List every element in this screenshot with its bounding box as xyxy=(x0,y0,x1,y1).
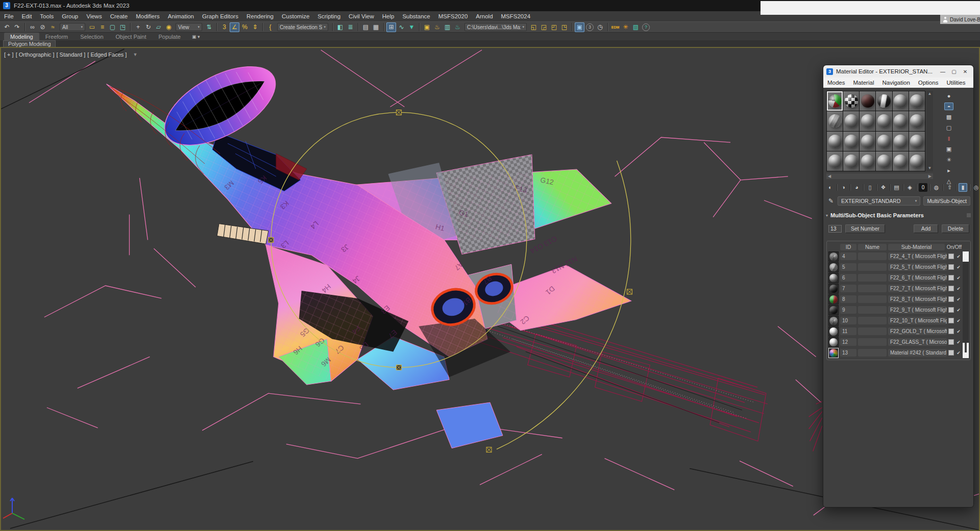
sample-slot-2-2[interactable] xyxy=(860,132,875,151)
sub-material-color-swatch[interactable] xyxy=(948,296,954,302)
ribbon-config-icon[interactable]: ▣ ▾ xyxy=(192,34,200,39)
assign-material-to-selection-icon[interactable]: ◕ xyxy=(852,183,861,192)
menu-item-help[interactable]: Help xyxy=(378,11,399,21)
sub-material-button[interactable]: F22_10_T ( Microsoft Fligh xyxy=(888,317,947,324)
spinner-snap-icon[interactable]: ⇕ xyxy=(250,22,260,32)
sub-material-button[interactable]: F22_9_T ( Microsoft Flight xyxy=(888,306,947,314)
rollout-collapse-icon[interactable]: ▾ xyxy=(826,213,828,218)
sub-material-button[interactable]: F22_5_T ( Microsoft Flight xyxy=(888,263,947,271)
sample-uv-tiling-icon[interactable]: ▢ xyxy=(944,124,953,132)
menu-item-msfs2020[interactable]: MSFS2020 xyxy=(434,11,472,21)
select-and-move-icon[interactable]: + xyxy=(133,22,143,32)
sample-slot-2-5[interactable] xyxy=(909,132,925,151)
menu-item-arnold[interactable]: Arnold xyxy=(472,11,497,21)
sub-material-enabled-checkbox[interactable]: ✔ xyxy=(955,308,962,313)
tutorials-icon[interactable]: ▧ xyxy=(631,22,641,32)
me-menu-item-modes[interactable]: Modes xyxy=(823,80,849,86)
sub-material-name-field[interactable] xyxy=(858,263,887,271)
scroll-up-icon[interactable]: ▲ xyxy=(928,92,932,96)
ribbon-tab-object-paint[interactable]: Object Paint xyxy=(110,33,153,40)
sub-material-button[interactable]: F22_7_T ( Microsoft Flight xyxy=(888,285,947,292)
gizmo-handle-icon[interactable] xyxy=(396,110,401,115)
sample-slot-1-3[interactable] xyxy=(876,111,892,131)
reset-map-icon[interactable]: ▯ xyxy=(866,183,874,192)
sub-material-name-field[interactable] xyxy=(858,252,887,260)
menu-item-tools[interactable]: Tools xyxy=(36,11,58,21)
signed-in-user[interactable]: David Love-B xyxy=(940,15,980,24)
palette-vertical-scrollbar[interactable]: ▲ ▼ xyxy=(926,91,933,171)
sub-material-color-swatch[interactable] xyxy=(948,318,954,323)
sample-slot-3-5[interactable] xyxy=(909,151,925,171)
sample-slot-3-3[interactable] xyxy=(876,151,892,171)
autobackup-count-icon[interactable]: 3 xyxy=(586,23,594,31)
viewport-menu-style[interactable]: [ Standard ] xyxy=(56,52,85,58)
sub-material-name-field[interactable] xyxy=(858,327,887,335)
rendered-frame-window-icon[interactable]: ▥ xyxy=(443,22,452,32)
sub-material-color-swatch[interactable] xyxy=(948,264,954,270)
viewport-filter-icon[interactable]: ▼ xyxy=(133,52,137,57)
export-scene-icon[interactable]: ◲ xyxy=(539,22,549,32)
sub-material-enabled-checkbox[interactable]: ✔ xyxy=(955,254,962,259)
scene-explorer-icon[interactable]: ▦ xyxy=(371,22,381,32)
pick-material-eyedropper-icon[interactable]: ✎ xyxy=(827,197,835,205)
angle-snap-icon[interactable]: ∠ xyxy=(230,22,239,32)
ribbon-tab-freeform[interactable]: Freeform xyxy=(39,33,75,40)
scroll-down-icon[interactable]: ▼ xyxy=(928,166,932,170)
sample-slot-2-1[interactable] xyxy=(843,132,859,151)
go-to-parent-icon[interactable]: ⇧ xyxy=(945,183,954,192)
sample-slot-0-1[interactable] xyxy=(843,91,859,111)
sub-material-thumbnail[interactable] xyxy=(828,294,839,305)
reference-coordinate-system-dropdown[interactable]: View▾ xyxy=(176,23,202,31)
menu-item-create[interactable]: Create xyxy=(106,11,132,21)
select-by-material-icon[interactable]: ▸ xyxy=(944,167,953,174)
sample-slot-1-0[interactable] xyxy=(827,111,843,131)
menu-item-group[interactable]: Group xyxy=(58,11,82,21)
sub-material-enabled-checkbox[interactable]: ✔ xyxy=(955,318,962,323)
ribbon-tab-selection[interactable]: Selection xyxy=(74,33,109,40)
schematic-view-icon[interactable]: ▼ xyxy=(407,22,416,32)
me-menu-item-navigation[interactable]: Navigation xyxy=(878,80,914,86)
sample-slot-1-1[interactable] xyxy=(843,111,859,131)
select-by-name-icon[interactable]: ≡ xyxy=(97,22,107,32)
scroll-left-icon[interactable]: ◀ xyxy=(828,174,831,179)
scroll-right-icon[interactable]: ▶ xyxy=(928,174,932,179)
background-icon[interactable]: ▩ xyxy=(944,113,953,121)
sample-slot-0-5[interactable] xyxy=(909,91,925,111)
sub-material-thumbnail[interactable] xyxy=(828,251,839,262)
sample-slot-0-2[interactable] xyxy=(860,91,875,111)
sample-slot-3-1[interactable] xyxy=(843,151,859,171)
sample-slot-1-5[interactable] xyxy=(909,111,925,131)
sample-slot-3-2[interactable] xyxy=(860,151,875,171)
gizmo-handle-icon[interactable] xyxy=(627,289,632,294)
sub-material-thumbnail[interactable] xyxy=(828,316,839,326)
gizmo-handle-icon[interactable] xyxy=(396,365,401,370)
sub-material-name-field[interactable] xyxy=(858,285,887,292)
sample-slot-2-4[interactable] xyxy=(893,132,909,151)
sub-material-enabled-checkbox[interactable]: ✔ xyxy=(955,297,962,302)
maximize-icon[interactable]: ▢ xyxy=(950,69,958,74)
viewport-menu-pov[interactable]: [ Orthographic ] xyxy=(16,52,55,58)
go-forward-sibling-icon[interactable]: ▮ xyxy=(959,183,967,192)
sub-material-color-swatch[interactable] xyxy=(948,275,954,281)
material-editor-icon[interactable]: ▣ xyxy=(422,22,432,32)
menu-item-substance[interactable]: Substance xyxy=(398,11,434,21)
sub-material-name-field[interactable] xyxy=(858,317,887,324)
sub-material-button[interactable]: F22_8_T ( Microsoft Flight xyxy=(888,295,947,303)
sub-material-button[interactable]: F22_GOLD_T ( Microsoft F xyxy=(888,327,947,335)
sample-slot-2-0[interactable] xyxy=(827,132,843,151)
sub-material-enabled-checkbox[interactable]: ✔ xyxy=(955,286,962,291)
sub-material-name-field[interactable] xyxy=(858,338,887,346)
sub-material-color-swatch[interactable] xyxy=(948,350,954,356)
sub-material-button[interactable]: F22_6_T ( Microsoft Flight xyxy=(888,274,947,282)
me-menu-item-utilities[interactable]: Utilities xyxy=(942,80,969,86)
undo-icon[interactable]: ↶ xyxy=(2,22,12,32)
menu-item-civil-view[interactable]: Civil View xyxy=(345,11,378,21)
sub-material-thumbnail[interactable] xyxy=(828,326,839,337)
edit-named-selection-sets-icon[interactable]: { xyxy=(265,22,275,32)
menu-item-scripting[interactable]: Scripting xyxy=(313,11,345,21)
table-scrollbar[interactable] xyxy=(963,251,969,358)
sub-material-name-field[interactable] xyxy=(858,349,887,357)
sub-material-enabled-checkbox[interactable]: ✔ xyxy=(955,265,962,270)
material-count-field[interactable]: 13 xyxy=(828,225,842,233)
material-id-channel-icon[interactable]: ◈ xyxy=(905,183,914,192)
